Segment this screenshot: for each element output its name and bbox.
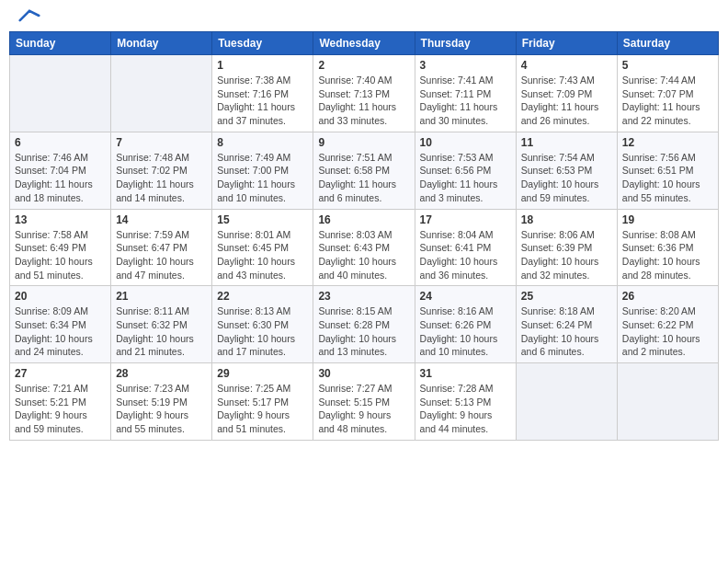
calendar-cell — [617, 363, 718, 441]
calendar-body: 1Sunrise: 7:38 AM Sunset: 7:16 PM Daylig… — [10, 55, 719, 441]
calendar-cell: 26Sunrise: 8:20 AM Sunset: 6:22 PM Dayli… — [617, 286, 718, 363]
day-number: 22 — [217, 290, 308, 303]
calendar-cell: 8Sunrise: 7:49 AM Sunset: 7:00 PM Daylig… — [212, 132, 313, 209]
day-number: 18 — [521, 213, 612, 226]
day-info: Sunrise: 8:04 AM Sunset: 6:41 PM Dayligh… — [420, 228, 511, 282]
day-info: Sunrise: 7:41 AM Sunset: 7:11 PM Dayligh… — [420, 74, 511, 128]
day-info: Sunrise: 7:28 AM Sunset: 5:13 PM Dayligh… — [420, 382, 511, 436]
calendar-cell: 14Sunrise: 7:59 AM Sunset: 6:47 PM Dayli… — [111, 209, 212, 286]
day-info: Sunrise: 7:53 AM Sunset: 6:56 PM Dayligh… — [420, 151, 511, 205]
day-number: 12 — [622, 136, 713, 149]
calendar-header-row: SundayMondayTuesdayWednesdayThursdayFrid… — [10, 32, 719, 55]
day-info: Sunrise: 7:21 AM Sunset: 5:21 PM Dayligh… — [15, 382, 106, 436]
day-info: Sunrise: 8:20 AM Sunset: 6:22 PM Dayligh… — [622, 304, 713, 359]
calendar-cell — [10, 55, 111, 132]
calendar-cell: 9Sunrise: 7:51 AM Sunset: 6:58 PM Daylig… — [313, 132, 415, 209]
day-info: Sunrise: 7:44 AM Sunset: 7:07 PM Dayligh… — [622, 74, 713, 128]
day-info: Sunrise: 7:43 AM Sunset: 7:09 PM Dayligh… — [521, 74, 612, 128]
day-info: Sunrise: 7:25 AM Sunset: 5:17 PM Dayligh… — [217, 382, 308, 436]
calendar-cell: 30Sunrise: 7:27 AM Sunset: 5:15 PM Dayli… — [313, 363, 415, 441]
day-number: 25 — [521, 290, 612, 303]
day-info: Sunrise: 7:38 AM Sunset: 7:16 PM Dayligh… — [217, 74, 308, 128]
calendar-week-row: 13Sunrise: 7:58 AM Sunset: 6:49 PM Dayli… — [10, 209, 719, 286]
calendar-cell: 19Sunrise: 8:08 AM Sunset: 6:36 PM Dayli… — [617, 209, 718, 286]
day-number: 31 — [420, 367, 511, 380]
day-info: Sunrise: 7:40 AM Sunset: 7:13 PM Dayligh… — [318, 74, 409, 128]
day-number: 30 — [318, 367, 409, 380]
day-number: 29 — [217, 367, 308, 380]
logo-arrow-icon — [18, 9, 40, 22]
calendar-cell: 12Sunrise: 7:56 AM Sunset: 6:51 PM Dayli… — [617, 132, 718, 209]
page-header — [0, 0, 728, 26]
calendar-cell: 11Sunrise: 7:54 AM Sunset: 6:53 PM Dayli… — [516, 132, 617, 209]
calendar-week-row: 20Sunrise: 8:09 AM Sunset: 6:34 PM Dayli… — [10, 286, 719, 363]
day-number: 15 — [217, 213, 308, 226]
day-info: Sunrise: 7:51 AM Sunset: 6:58 PM Dayligh… — [318, 151, 409, 205]
calendar-cell: 24Sunrise: 8:16 AM Sunset: 6:26 PM Dayli… — [415, 286, 516, 363]
day-info: Sunrise: 8:16 AM Sunset: 6:26 PM Dayligh… — [420, 304, 511, 359]
calendar-cell: 13Sunrise: 7:58 AM Sunset: 6:49 PM Dayli… — [10, 209, 111, 286]
day-number: 24 — [420, 290, 511, 303]
day-number: 3 — [420, 59, 511, 72]
calendar-cell: 5Sunrise: 7:44 AM Sunset: 7:07 PM Daylig… — [617, 55, 718, 132]
day-number: 8 — [217, 136, 308, 149]
calendar-cell: 20Sunrise: 8:09 AM Sunset: 6:34 PM Dayli… — [10, 286, 111, 363]
day-info: Sunrise: 8:18 AM Sunset: 6:24 PM Dayligh… — [521, 304, 612, 359]
day-number: 20 — [15, 290, 106, 303]
calendar-cell: 31Sunrise: 7:28 AM Sunset: 5:13 PM Dayli… — [415, 363, 516, 441]
calendar-cell: 4Sunrise: 7:43 AM Sunset: 7:09 PM Daylig… — [516, 55, 617, 132]
calendar-cell: 10Sunrise: 7:53 AM Sunset: 6:56 PM Dayli… — [415, 132, 516, 209]
day-info: Sunrise: 8:01 AM Sunset: 6:45 PM Dayligh… — [217, 228, 308, 282]
day-info: Sunrise: 7:48 AM Sunset: 7:02 PM Dayligh… — [116, 151, 207, 205]
calendar-cell: 16Sunrise: 8:03 AM Sunset: 6:43 PM Dayli… — [313, 209, 415, 286]
weekday-header: Thursday — [415, 32, 516, 55]
day-info: Sunrise: 7:56 AM Sunset: 6:51 PM Dayligh… — [622, 151, 713, 205]
day-info: Sunrise: 8:08 AM Sunset: 6:36 PM Dayligh… — [622, 228, 713, 282]
day-number: 26 — [622, 290, 713, 303]
calendar-cell: 27Sunrise: 7:21 AM Sunset: 5:21 PM Dayli… — [10, 363, 111, 441]
day-number: 4 — [521, 59, 612, 72]
day-number: 2 — [318, 59, 409, 72]
calendar-table: SundayMondayTuesdayWednesdayThursdayFrid… — [9, 31, 719, 441]
day-number: 9 — [318, 136, 409, 149]
weekday-header: Saturday — [617, 32, 718, 55]
calendar-cell: 23Sunrise: 8:15 AM Sunset: 6:28 PM Dayli… — [313, 286, 415, 363]
day-info: Sunrise: 8:06 AM Sunset: 6:39 PM Dayligh… — [521, 228, 612, 282]
day-info: Sunrise: 8:09 AM Sunset: 6:34 PM Dayligh… — [15, 304, 106, 359]
logo — [18, 11, 40, 22]
day-number: 21 — [116, 290, 207, 303]
day-number: 1 — [217, 59, 308, 72]
day-info: Sunrise: 7:23 AM Sunset: 5:19 PM Dayligh… — [116, 382, 207, 436]
calendar-week-row: 6Sunrise: 7:46 AM Sunset: 7:04 PM Daylig… — [10, 132, 719, 209]
day-info: Sunrise: 8:11 AM Sunset: 6:32 PM Dayligh… — [116, 304, 207, 359]
day-number: 27 — [15, 367, 106, 380]
day-info: Sunrise: 7:27 AM Sunset: 5:15 PM Dayligh… — [318, 382, 409, 436]
day-info: Sunrise: 7:54 AM Sunset: 6:53 PM Dayligh… — [521, 151, 612, 205]
calendar-cell: 6Sunrise: 7:46 AM Sunset: 7:04 PM Daylig… — [10, 132, 111, 209]
calendar-cell: 21Sunrise: 8:11 AM Sunset: 6:32 PM Dayli… — [111, 286, 212, 363]
weekday-header: Sunday — [10, 32, 111, 55]
day-number: 5 — [622, 59, 713, 72]
calendar-cell: 25Sunrise: 8:18 AM Sunset: 6:24 PM Dayli… — [516, 286, 617, 363]
calendar-cell: 18Sunrise: 8:06 AM Sunset: 6:39 PM Dayli… — [516, 209, 617, 286]
day-number: 16 — [318, 213, 409, 226]
day-number: 14 — [116, 213, 207, 226]
calendar-cell: 29Sunrise: 7:25 AM Sunset: 5:17 PM Dayli… — [212, 363, 313, 441]
day-number: 11 — [521, 136, 612, 149]
day-info: Sunrise: 8:03 AM Sunset: 6:43 PM Dayligh… — [318, 228, 409, 282]
weekday-header: Wednesday — [313, 32, 415, 55]
day-number: 6 — [15, 136, 106, 149]
calendar-cell: 1Sunrise: 7:38 AM Sunset: 7:16 PM Daylig… — [212, 55, 313, 132]
weekday-header: Monday — [111, 32, 212, 55]
day-number: 23 — [318, 290, 409, 303]
day-info: Sunrise: 8:13 AM Sunset: 6:30 PM Dayligh… — [217, 304, 308, 359]
day-info: Sunrise: 7:46 AM Sunset: 7:04 PM Dayligh… — [15, 151, 106, 205]
calendar-cell: 15Sunrise: 8:01 AM Sunset: 6:45 PM Dayli… — [212, 209, 313, 286]
day-number: 13 — [15, 213, 106, 226]
weekday-header: Tuesday — [212, 32, 313, 55]
day-info: Sunrise: 7:58 AM Sunset: 6:49 PM Dayligh… — [15, 228, 106, 282]
day-number: 10 — [420, 136, 511, 149]
calendar-cell: 2Sunrise: 7:40 AM Sunset: 7:13 PM Daylig… — [313, 55, 415, 132]
weekday-header: Friday — [516, 32, 617, 55]
day-info: Sunrise: 7:49 AM Sunset: 7:00 PM Dayligh… — [217, 151, 308, 205]
